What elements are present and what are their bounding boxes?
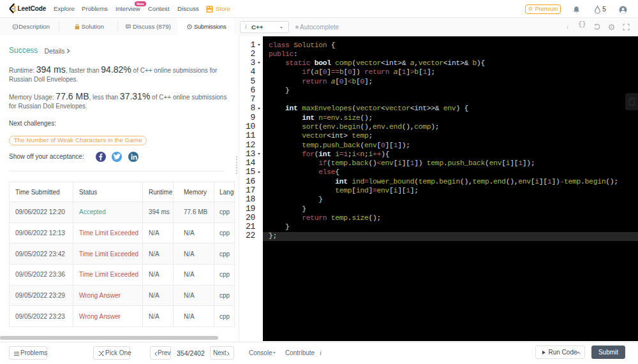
svg-text:i: i (567, 24, 568, 30)
